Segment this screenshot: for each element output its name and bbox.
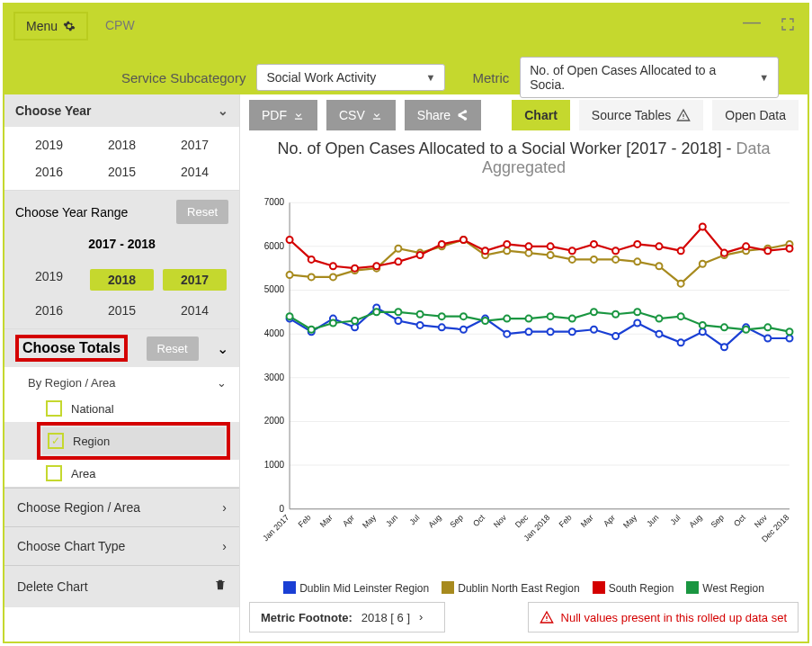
year-option[interactable]: 2019 [17,138,81,152]
footnote-value: 2018 [ 6 ] [361,611,410,624]
choose-totals-header[interactable]: Choose Totals Reset ⌄ [4,329,239,367]
warning-box: Null values present in this rolled up da… [528,602,799,633]
range-year-option[interactable]: 2018 [90,269,154,291]
by-region-header[interactable]: By Region / Area ⌄ [4,367,239,395]
chevron-down-icon: ⌄ [217,340,228,357]
minimize-icon[interactable]: — [743,17,761,35]
choose-year-label: Choose Year [15,103,92,118]
year-option[interactable]: 2014 [163,165,227,179]
pdf-button[interactable]: PDF [249,100,317,130]
svg-text:Jul: Jul [668,513,682,526]
svg-point-45 [352,324,358,330]
svg-point-95 [395,258,401,265]
svg-point-91 [308,256,315,263]
svg-text:Aug: Aug [426,513,442,529]
tab-open-data[interactable]: Open Data [712,100,799,130]
share-button[interactable]: Share [405,100,481,130]
svg-text:May: May [621,513,638,530]
svg-point-111 [743,243,749,249]
delete-chart[interactable]: Delete Chart [4,565,239,607]
content-area: PDF CSV Share Chart Source Tables Open [240,94,808,642]
svg-point-80 [591,256,597,263]
svg-text:Mar: Mar [579,513,595,529]
svg-point-118 [373,309,379,315]
tab-source-tables[interactable]: Source Tables [579,100,703,130]
svg-point-61 [700,328,706,335]
chevron-down-icon: ▼ [759,72,769,83]
reset-button[interactable]: Reset [176,200,228,224]
region-highlight-box: ✓ Region [37,422,230,460]
delete-chart-label: Delete Chart [17,579,88,594]
range-year-option[interactable]: 2014 [163,303,227,318]
region-label: Region [73,435,110,448]
footnote-box[interactable]: Metric Footnote: 2018 [ 6 ] › [249,602,445,633]
chevron-right-icon: › [222,539,227,553]
svg-point-136 [764,324,771,330]
fullscreen-icon[interactable] [781,17,795,35]
line-chart: 01000200030004000500060007000Jan 2017Feb… [249,177,799,579]
legend-s2: Dublin North East Region [458,582,579,595]
svg-text:May: May [361,513,378,530]
svg-point-104 [591,241,597,247]
reset-totals-button[interactable]: Reset [147,336,199,361]
choose-chart-type[interactable]: Choose Chart Type › [4,526,239,565]
year-option[interactable]: 2017 [163,138,227,152]
range-year-option[interactable]: 2019 [17,269,81,291]
svg-point-107 [656,243,662,249]
service-dropdown[interactable]: Social Work Activity ▼ [256,64,445,91]
range-year-option[interactable]: 2017 [163,269,227,291]
csv-button[interactable]: CSV [326,100,396,130]
legend-item: Dublin Mid Leinster Region [283,581,429,595]
svg-point-120 [417,311,424,318]
csv-label: CSV [339,108,365,122]
toolbar: PDF CSV Share Chart Source Tables Open [249,100,799,130]
choose-region-area[interactable]: Choose Region / Area › [4,488,239,526]
svg-point-65 [786,335,792,341]
totals-area[interactable]: Area [4,460,239,487]
range-year-option[interactable]: 2016 [17,303,81,318]
svg-point-117 [352,318,358,324]
legend-item: South Region [593,581,674,595]
totals-national[interactable]: National [4,395,239,422]
legend-item: Dublin North East Region [442,581,579,595]
svg-point-106 [634,241,640,247]
year-option[interactable]: 2016 [17,165,81,179]
svg-point-100 [504,241,510,247]
chevron-right-icon: › [419,610,433,624]
svg-text:5000: 5000 [264,284,285,294]
svg-point-124 [504,316,510,322]
svg-point-77 [525,250,531,256]
svg-point-125 [525,316,531,322]
sidebar: Choose Year ⌄ 201920182017201620152014 C… [4,94,240,642]
svg-point-57 [612,333,619,339]
menu-button[interactable]: Menu [13,12,88,40]
warning-icon [676,108,691,122]
warning-icon [540,610,554,624]
year-option[interactable]: 2015 [90,165,154,179]
chevron-down-icon: ⌄ [217,376,227,390]
svg-point-119 [395,309,401,315]
year-option[interactable]: 2018 [90,138,154,152]
svg-point-122 [460,313,467,319]
svg-text:4000: 4000 [264,328,285,338]
range-value: 2017 - 2018 [4,233,239,258]
svg-text:Apr: Apr [602,513,617,528]
svg-text:Jan 2017: Jan 2017 [261,513,290,543]
range-year-option[interactable]: 2015 [90,303,154,318]
chart-title: No. of Open Cases Allocated to a Social … [249,139,799,177]
svg-text:7000: 7000 [264,197,285,207]
svg-point-59 [656,331,662,337]
chevron-down-icon: ▼ [426,72,436,83]
choose-year-range-header[interactable]: Choose Year Range Reset [4,191,239,233]
legend: Dublin Mid Leinster Region Dublin North … [249,581,799,595]
svg-point-90 [287,237,293,243]
download-icon [370,109,383,121]
svg-point-96 [417,252,424,258]
svg-point-92 [330,263,336,269]
tab-chart[interactable]: Chart [512,100,570,130]
svg-point-132 [678,313,684,319]
metric-dropdown[interactable]: No. of Open Cases Allocated to a Socia. … [520,57,779,98]
totals-region[interactable]: ✓ Region [42,427,225,454]
svg-text:3000: 3000 [264,372,285,382]
choose-year-header[interactable]: Choose Year ⌄ [4,94,239,127]
